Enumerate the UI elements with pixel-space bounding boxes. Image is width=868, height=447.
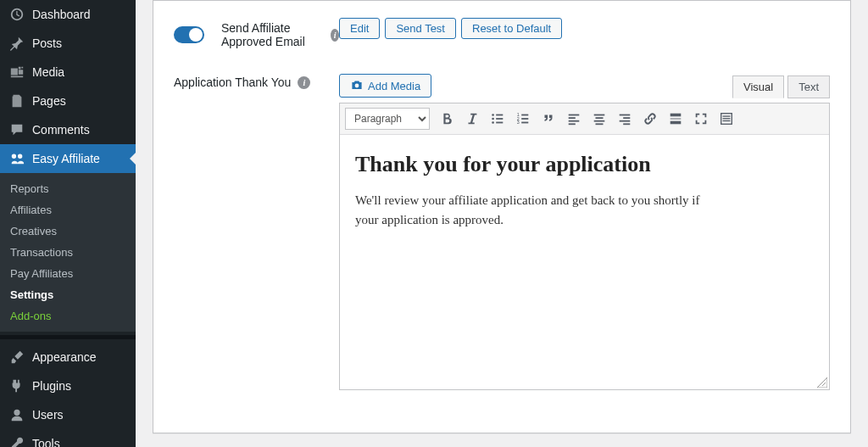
sidebar-item-appearance[interactable]: Appearance [0, 343, 136, 372]
sidebar-item-label: Comments [32, 123, 90, 137]
sidebar-item-pages[interactable]: Pages [0, 87, 136, 115]
submenu-item-payaffiliates[interactable]: Pay Affiliates [0, 263, 136, 284]
bold-button[interactable] [435, 107, 459, 131]
add-media-button[interactable]: Add Media [339, 74, 431, 98]
svg-rect-26 [670, 121, 682, 125]
toolbar-toggle-button[interactable] [715, 107, 738, 131]
sidebar-item-users[interactable]: Users [0, 400, 136, 429]
format-select[interactable]: Paragraph [345, 108, 430, 130]
sidebar-item-label: Dashboard [32, 8, 91, 21]
svg-rect-13 [569, 117, 576, 119]
sidebar-item-label: Easy Affiliate [32, 152, 100, 165]
svg-rect-18 [594, 120, 605, 122]
approved-email-toggle[interactable] [174, 26, 204, 43]
wysiwyg-editor: Paragraph 123 [339, 103, 830, 390]
bullet-list-button[interactable] [486, 107, 509, 131]
sidebar-item-label: Media [32, 65, 64, 79]
svg-rect-28 [723, 115, 731, 116]
main-content: Send Affiliate Approved Email i Edit Sen… [136, 0, 868, 447]
svg-rect-16 [594, 115, 605, 116]
fullscreen-button[interactable] [689, 107, 713, 131]
sidebar-item-posts[interactable]: Posts [0, 29, 136, 58]
svg-rect-24 [670, 114, 682, 117]
svg-rect-1 [496, 115, 503, 116]
tab-visual[interactable]: Visual [732, 75, 784, 98]
svg-rect-21 [623, 117, 630, 119]
sidebar-item-easyaffiliate[interactable]: Easy Affiliate [0, 144, 136, 173]
svg-rect-23 [623, 123, 630, 125]
sidebar-item-dashboard[interactable]: Dashboard [0, 0, 136, 29]
svg-rect-11 [521, 122, 528, 124]
svg-rect-22 [620, 120, 631, 122]
pin-icon [8, 35, 25, 52]
resize-handle-icon[interactable] [817, 377, 827, 388]
info-icon[interactable]: i [331, 29, 339, 42]
align-left-button[interactable] [562, 107, 586, 131]
svg-rect-14 [569, 120, 580, 122]
submenu-item-affiliates[interactable]: Affiliates [0, 199, 136, 221]
brush-icon [8, 349, 25, 366]
align-center-button[interactable] [587, 107, 611, 131]
italic-button[interactable] [460, 107, 484, 131]
editor-toolbar: Paragraph 123 [340, 103, 829, 135]
media-icon [8, 64, 25, 81]
camera-music-icon [350, 79, 364, 92]
affiliate-icon [8, 150, 25, 167]
submenu-item-creatives[interactable]: Creatives [0, 221, 136, 242]
submenu-item-reports[interactable]: Reports [0, 178, 136, 199]
send-test-button[interactable]: Send Test [385, 18, 456, 39]
svg-rect-20 [620, 115, 631, 116]
approved-email-row: Send Affiliate Approved Email i Edit Sen… [174, 18, 830, 48]
sidebar-item-tools[interactable]: Tools [0, 429, 136, 447]
approved-email-label-group: Send Affiliate Approved Email i [174, 18, 339, 48]
admin-sidebar: Dashboard Posts Media Pages Comments [0, 0, 136, 447]
align-right-button[interactable] [613, 107, 637, 131]
svg-rect-15 [569, 123, 576, 125]
wrench-icon [8, 435, 25, 447]
svg-rect-9 [521, 118, 528, 120]
submenu-item-transactions[interactable]: Transactions [0, 242, 136, 263]
thankyou-label-group: Application Thank You i [174, 74, 339, 89]
sidebar-item-label: Appearance [32, 350, 97, 364]
edit-button[interactable]: Edit [339, 18, 380, 39]
sidebar-item-label: Tools [32, 437, 60, 447]
readmore-button[interactable] [664, 107, 687, 131]
svg-rect-17 [596, 117, 604, 119]
editor-column: Add Media Visual Text Paragraph [339, 74, 830, 390]
sidebar-item-label: Pages [32, 94, 66, 108]
svg-rect-3 [496, 118, 503, 120]
sidebar-item-comments[interactable]: Comments [0, 115, 136, 144]
plug-icon [8, 377, 25, 394]
blockquote-button[interactable] [537, 107, 560, 131]
dashboard-icon [8, 6, 25, 23]
comment-icon [8, 121, 25, 138]
editor-tabs: Visual Text [732, 75, 830, 98]
svg-rect-30 [723, 120, 731, 121]
svg-point-0 [492, 114, 494, 116]
link-button[interactable] [638, 107, 662, 131]
sidebar-item-plugins[interactable]: Plugins [0, 372, 136, 400]
approved-email-buttons: Edit Send Test Reset to Default [339, 18, 562, 39]
svg-point-2 [492, 118, 494, 120]
editor-content-area[interactable]: Thank you for your application We'll rev… [340, 135, 829, 389]
info-icon[interactable]: i [298, 76, 310, 89]
sidebar-item-label: Posts [32, 36, 62, 50]
svg-rect-5 [496, 122, 503, 124]
submenu-item-settings[interactable]: Settings [0, 284, 136, 305]
reset-default-button[interactable]: Reset to Default [461, 18, 562, 39]
thankyou-label: Application Thank You [174, 75, 291, 89]
sidebar-item-label: Plugins [32, 379, 71, 393]
svg-rect-29 [723, 118, 731, 119]
numbered-list-button[interactable]: 123 [511, 107, 535, 131]
content-heading: Thank you for your application [355, 152, 814, 177]
svg-rect-25 [670, 118, 682, 120]
submenu-item-addons[interactable]: Add-ons [0, 305, 136, 327]
thankyou-row: Application Thank You i Add Media Visual [174, 74, 830, 390]
sidebar-item-media[interactable]: Media [0, 58, 136, 87]
svg-text:3: 3 [517, 120, 520, 125]
svg-rect-12 [569, 115, 580, 116]
tab-text[interactable]: Text [787, 75, 830, 98]
user-icon [8, 406, 25, 423]
svg-rect-19 [596, 123, 604, 125]
sidebar-submenu: Reports Affiliates Creatives Transaction… [0, 173, 136, 332]
